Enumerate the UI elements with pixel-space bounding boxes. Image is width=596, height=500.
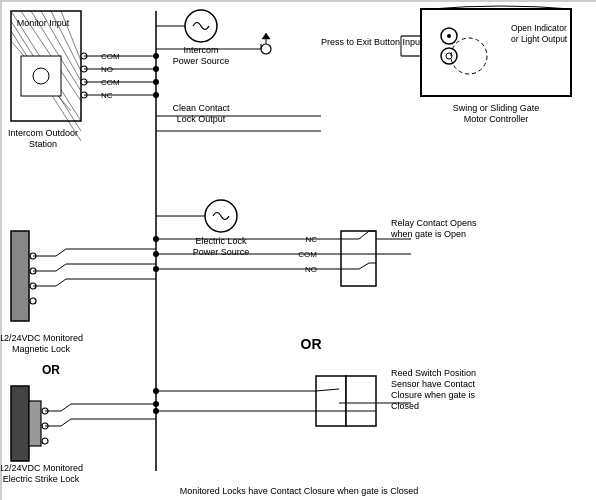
svg-point-103 [153, 266, 159, 272]
svg-rect-59 [346, 376, 376, 426]
elec-lock-power-label: Electric Lock [195, 236, 247, 246]
mag-lock-label: 12/24VDC Monitored [1, 333, 83, 343]
svg-point-99 [153, 79, 159, 85]
wiring-diagram: Monitor Input Intercom Power Source [0, 0, 596, 500]
clean-contact-label: Clean Contact [172, 103, 230, 113]
svg-point-102 [153, 251, 159, 257]
reed-switch-label4: Closed [391, 401, 419, 411]
reed-switch-label2: Sensor have Contact [391, 379, 476, 389]
svg-point-100 [153, 92, 159, 98]
com-relay-label: COM [298, 250, 317, 259]
svg-point-106 [153, 408, 159, 414]
elec-strike-label2: Electric Strike Lock [3, 474, 80, 484]
svg-point-18 [261, 44, 271, 54]
svg-point-101 [153, 236, 159, 242]
reed-switch-label3: Closure when gate is [391, 390, 476, 400]
relay-contact-label2: when gate is Open [390, 229, 466, 239]
or2-label: OR [301, 336, 322, 352]
swing-gate-label: Swing or Sliding Gate [453, 103, 540, 113]
nc-label: NC [305, 235, 317, 244]
open-indicator-label: Open Indicator [511, 23, 567, 33]
svg-point-104 [153, 388, 159, 394]
svg-rect-58 [316, 376, 346, 426]
mag-lock-label2: Magnetic Lock [12, 344, 71, 354]
svg-rect-37 [29, 401, 41, 446]
svg-point-98 [153, 66, 159, 72]
press-exit-label: Press to Exit Button Input [321, 37, 423, 47]
svg-point-12 [33, 68, 49, 84]
intercom-outdoor-label2: Station [29, 139, 57, 149]
elec-lock-power-label2: Power Source [193, 247, 250, 257]
or1-label: OR [42, 363, 60, 377]
svg-point-26 [30, 298, 36, 304]
swing-gate-label2: Motor Controller [464, 114, 529, 124]
no1-label: NO [101, 65, 113, 74]
no-relay-label: NO [305, 265, 317, 274]
svg-rect-22 [11, 231, 29, 321]
monitor-input-label: Monitor Input [17, 18, 70, 28]
footer-label: Monitored Locks have Contact Closure whe… [180, 486, 419, 496]
com1-label: COM [101, 52, 120, 61]
com2-label: COM [101, 78, 120, 87]
svg-point-67 [447, 34, 451, 38]
svg-point-105 [153, 401, 159, 407]
svg-point-97 [153, 53, 159, 59]
nc1-label: NC [101, 91, 113, 100]
relay-contact-label: Relay Contact Opens [391, 218, 477, 228]
clean-contact-label2: Lock Output [177, 114, 226, 124]
intercom-power-label2: Power Source [173, 56, 230, 66]
svg-point-40 [42, 438, 48, 444]
intercom-outdoor-label: Intercom Outdoor [8, 128, 78, 138]
svg-rect-36 [11, 386, 29, 461]
intercom-power-label: Intercom [183, 45, 218, 55]
open-indicator-label2: or Light Output [511, 34, 568, 44]
reed-switch-label: Reed Switch Position [391, 368, 476, 378]
elec-strike-label: 12/24VDC Monitored [1, 463, 83, 473]
